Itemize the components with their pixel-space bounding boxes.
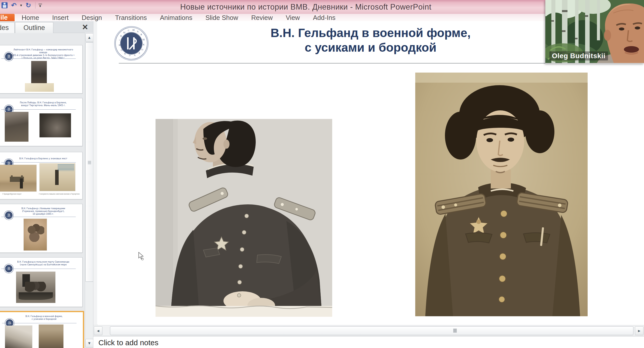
thumb-papers <box>25 83 54 92</box>
tab-file[interactable]: File <box>0 14 15 21</box>
caption-rule <box>1 58 76 59</box>
tab-design[interactable]: Design <box>75 14 108 21</box>
tab-view[interactable]: View <box>279 14 306 21</box>
thumb-photo <box>5 112 28 142</box>
tab-transitions[interactable]: Transitions <box>108 14 153 21</box>
thumbnail-caption: После Победы. В.Н. Гельфанд в Берлине, в… <box>10 101 77 107</box>
tab-home[interactable]: Home <box>15 14 46 21</box>
caption-rule <box>1 217 76 217</box>
scroll-left-icon[interactable]: ◄ <box>94 326 102 335</box>
thumbnail-caption: Лейтенант В.Н. Гельфанд — командир мином… <box>10 48 77 59</box>
figure-silhouette <box>20 178 23 188</box>
slide-thumbnail-4[interactable]: В.Н. Гельфанд с боевыми товарищами (Герм… <box>0 204 83 253</box>
notes-pane[interactable]: Click to add notes <box>93 336 644 348</box>
slide-thumbnail-1[interactable]: Лейтенант В.Н. Гельфанд — командир мином… <box>0 45 83 93</box>
title-underline <box>119 63 612 64</box>
caption-rule <box>1 269 76 269</box>
slides-panel: Slides Outline ✕ Лейтенант В.Н. Гельфанд… <box>0 21 94 348</box>
scrollbar-grip <box>88 161 91 165</box>
tab-slide-show[interactable]: Slide Show <box>199 14 245 21</box>
caption-rule <box>1 109 76 110</box>
slide-thumbnail-6-selected[interactable]: В.Н. Гельфанд в военной форме, с усиками… <box>0 311 84 348</box>
panel-scrollbar-thumb[interactable] <box>85 42 93 282</box>
notes-placeholder[interactable]: Click to add notes <box>98 338 158 347</box>
horizontal-scrollbar[interactable]: ◄ ► <box>93 325 644 336</box>
thumb-photo <box>39 325 63 348</box>
panel-tabs: Slides Outline ✕ <box>0 21 94 33</box>
webcam-participant-name: Oleg Budnitskii <box>549 51 608 60</box>
tab-review[interactable]: Review <box>245 14 279 21</box>
thumb-photo <box>31 61 47 85</box>
thumbnail-caption: В.Н. Гельфанд с боевыми товарищами (Герм… <box>10 207 77 215</box>
webcam-overlay: Oleg Budnitskii <box>545 0 644 64</box>
mouse-cursor <box>138 252 145 261</box>
scroll-up-icon[interactable]: ▲ <box>85 33 93 42</box>
slide-editor[interactable]: ВЫСШ АЯШК ОЛАЭ КОН• В.Н. Гельфанд в воен… <box>97 21 644 325</box>
slide-thumbnail-3[interactable]: В.Н. Гельфанд в Берлине у знаковых мест … <box>0 152 83 199</box>
blue-annotation-text <box>58 164 74 171</box>
slide-photo-left[interactable] <box>156 119 332 317</box>
thumb-subcaption: У монумента павшим советским воинам в Ти… <box>39 193 80 195</box>
panel-scrollbar[interactable]: ▲ ▼ <box>85 33 93 348</box>
slide-photo-right[interactable] <box>415 73 588 316</box>
group-figures <box>26 222 44 242</box>
scroll-right-icon[interactable]: ► <box>635 326 643 335</box>
slide-thumbnail-2[interactable]: После Победы. В.Н. Гельфанд в Берлине, в… <box>0 98 83 146</box>
caption-rule <box>1 162 76 163</box>
thumbnail-list: Лейтенант В.Н. Гельфанд — командир мином… <box>0 33 85 348</box>
thumb-subcaption: У Бранденбургских ворот <box>2 193 21 195</box>
thumbnail-caption: В.Н. Гельфанд в польском порту Свинемюнд… <box>10 261 77 266</box>
thumbnail-caption: В.Н. Гельфанд в военной форме, с усиками… <box>11 315 78 321</box>
thumb-photo <box>5 326 32 348</box>
thumbnail-caption: В.Н. Гельфанд в Берлине у знаковых мест <box>10 157 77 160</box>
caption-rule <box>2 323 77 323</box>
boat-figures <box>25 282 48 293</box>
tab-outline[interactable]: Outline <box>15 22 53 33</box>
tab-insert[interactable]: Insert <box>46 14 75 21</box>
tab-animations[interactable]: Animations <box>154 14 199 21</box>
scrollbar-mark <box>453 329 457 333</box>
close-panel-icon[interactable]: ✕ <box>80 23 90 32</box>
slide-thumbnail-5[interactable]: В.Н. Гельфанд в польском порту Свинемюнд… <box>0 257 83 307</box>
boat-hull <box>19 292 53 300</box>
window-title: Новые источники по истории ВМВ. Дневники… <box>0 3 612 12</box>
tab-add-ins[interactable]: Add-Ins <box>306 14 342 21</box>
hscrollbar-thumb[interactable] <box>110 326 633 335</box>
figure-silhouette <box>55 170 59 185</box>
tab-slides[interactable]: Slides <box>0 22 15 33</box>
thumb-photo <box>40 113 71 137</box>
powerpoint-window: ↶ ▾ ↻ ▾ Новые источники по истории ВМВ. … <box>0 0 644 348</box>
scroll-down-icon[interactable]: ▼ <box>85 339 93 347</box>
